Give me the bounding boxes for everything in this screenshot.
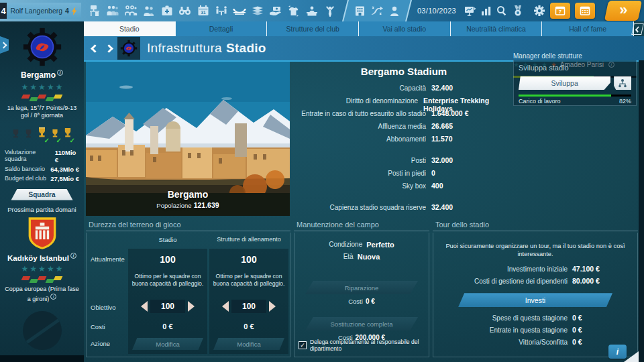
star-icon (38, 265, 46, 273)
stadium-stat-row: Diritto di denominazioneEnterprise Trekk… (293, 97, 515, 109)
city-name: Bergamo (86, 189, 290, 200)
fans-icon[interactable] (322, 3, 338, 19)
sponsor-icon[interactable] (268, 3, 284, 19)
tab-overflow-button[interactable] (631, 23, 644, 35)
condition-value: Perfetto (366, 241, 394, 249)
target-value-stadium: 100 (150, 300, 185, 313)
invest-button[interactable]: Investi (458, 293, 612, 307)
page-club-logo (117, 37, 140, 60)
stadium-name: Bergamo Stadium (293, 66, 515, 77)
stats-icon[interactable] (478, 3, 494, 19)
stadium-info-panel: Bergamo Stadium Capacità32.400 Diritto d… (293, 66, 515, 216)
stadium-stat-row: Abbonamenti11.570 (293, 135, 515, 147)
calendar-icon[interactable]: 31 (195, 3, 211, 19)
achievements-icon[interactable] (510, 3, 526, 19)
tab-stadio[interactable]: Stadio (84, 21, 176, 36)
row-label-costs: Costi (91, 323, 105, 330)
sidebar-expand-button[interactable] (0, 36, 9, 54)
presentation-icon[interactable] (462, 3, 478, 19)
star-icon (30, 265, 37, 273)
target-stepper-stadium: 100 (128, 300, 207, 313)
corner-decoration (624, 351, 639, 362)
calendar-month-button[interactable] (575, 3, 595, 19)
increase-button[interactable] (269, 301, 276, 312)
tab-hall-of-fame[interactable]: Hall of fame (542, 21, 634, 36)
tour-season-row: Vittoria/Sconfitta0 € (433, 338, 637, 346)
page-header: InfrastrutturaStadio Manager delle strut… (84, 36, 644, 60)
repair-cost: 0 € (366, 298, 375, 305)
star-icon (47, 265, 54, 273)
tactics-icon[interactable] (369, 3, 385, 19)
info-icon[interactable] (70, 253, 76, 259)
city-caption: Bergamo Popolazione121.639 (86, 189, 290, 209)
league-position: 1a lega, 15°/7 Points/9-13 gol / 8ª gior… (0, 105, 84, 120)
tab-strutture-del-club[interactable]: Strutture del club (267, 21, 359, 36)
row-label-current: Attualmente (91, 255, 125, 263)
modify-button-stadium[interactable]: Modifica (132, 338, 203, 350)
cost-value-stadium: 0 € (128, 322, 207, 330)
tour-message: Puoi sicuramente organizzare un tour, ma… (433, 233, 637, 258)
panel-title: Durezza del terreno di gioco (86, 219, 290, 231)
medical-icon[interactable] (159, 3, 175, 19)
target-value-training: 100 (231, 300, 266, 313)
star-icon (47, 83, 54, 91)
tour-row: Costi di gestione dei dipendenti80.000 € (433, 277, 637, 285)
opponent-name: Kadıköy Istanbul (7, 253, 76, 262)
repair-button[interactable]: Riparazione (305, 281, 418, 294)
office-icon[interactable] (87, 3, 103, 19)
back-button[interactable] (91, 44, 99, 53)
replace-button[interactable]: Sostituzione completa (305, 317, 418, 330)
tab-neutralita-climatica[interactable]: Neutralità climatica (451, 21, 543, 36)
age-value: Nuova (358, 253, 380, 261)
profile-icon[interactable] (386, 3, 402, 19)
finance-row: Budget del club27,5Mio € (5, 175, 79, 182)
tour-season-row: Spese di questa stagione0 € (433, 314, 637, 322)
column-header-training: Strutture di allenamento (209, 236, 288, 243)
increase-button[interactable] (188, 301, 195, 312)
current-value-training: 100 (209, 254, 288, 265)
topbar-club-group (342, 0, 412, 21)
stadium-stat-row: Sky box400 (293, 182, 515, 194)
forward-button[interactable] (105, 44, 113, 53)
topbar: 4 Rolf Langenberg 4 31 03/ (0, 0, 644, 21)
tour-season-row: Entrate in questa stagione0 € (433, 326, 637, 334)
team-icon[interactable] (105, 3, 121, 19)
search-icon[interactable] (494, 3, 510, 19)
star-icon (21, 265, 29, 273)
tab-dettagli[interactable]: Dettagli (176, 21, 268, 36)
finances-icon[interactable] (250, 3, 266, 19)
page-title: InfrastrutturaStadio (147, 41, 266, 56)
staff-icon[interactable] (141, 3, 157, 19)
club-icon[interactable] (352, 3, 368, 19)
transfers-icon[interactable] (286, 3, 302, 19)
population-label: Popolazione (156, 202, 191, 209)
stadium-icon[interactable] (231, 3, 248, 19)
delegate-checkbox[interactable] (299, 341, 307, 349)
row-label-target: Obiettivo (91, 304, 116, 311)
scouting-icon[interactable] (177, 3, 193, 19)
modify-button-training[interactable]: Modifica (213, 338, 284, 350)
settings-icon[interactable] (531, 3, 547, 19)
delegate-row[interactable]: Delega completamente al responsabile del… (299, 339, 429, 352)
meeting-icon[interactable] (213, 3, 229, 19)
tab-vai-allo-stadio[interactable]: Vai allo stadio (359, 21, 451, 36)
squad-button[interactable]: Squadra (11, 189, 73, 200)
continue-button[interactable] (604, 1, 642, 21)
manager-nameplate[interactable]: Rolf Langenberg 4 (7, 3, 81, 19)
info-icon[interactable] (50, 294, 56, 300)
stadium-tour-panel: Tour dello stadio Puoi sicuramente organ… (433, 219, 638, 357)
calendar-week-button[interactable]: 7 (550, 3, 570, 19)
tour-row: Investimento iniziale47.100 € (433, 265, 637, 273)
star-icon (30, 83, 37, 91)
decrease-button[interactable] (222, 301, 229, 312)
topbar-nav-icons: 31 (87, 3, 338, 19)
lineup-icon[interactable] (123, 3, 139, 19)
trophy-won-icon: ✓ (63, 127, 72, 140)
press-icon[interactable] (304, 3, 320, 19)
stadium-stat-row: Capacità32.400 (293, 84, 515, 97)
trophy-won-icon: ✓ (37, 126, 47, 140)
info-icon[interactable] (57, 70, 63, 76)
energy-count: 4 (65, 7, 69, 15)
club-form-indicator (22, 95, 62, 101)
decrease-button[interactable] (141, 301, 148, 312)
